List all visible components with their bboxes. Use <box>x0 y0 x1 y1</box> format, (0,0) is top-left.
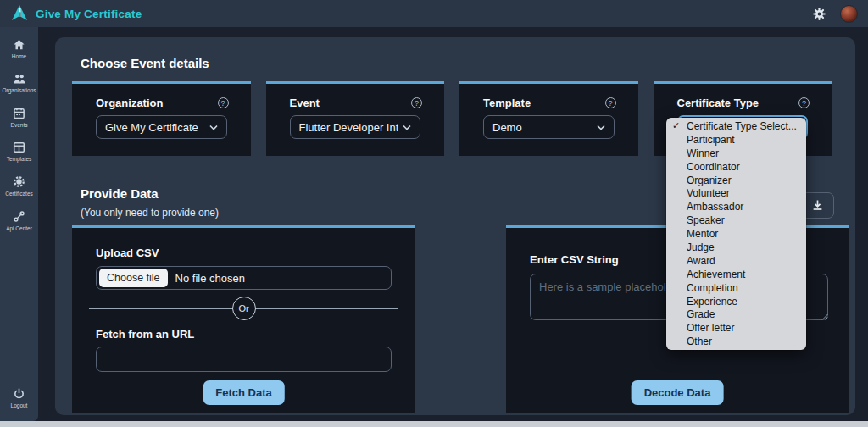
fetch-data-button[interactable]: Fetch Data <box>203 380 284 405</box>
dropdown-option-label: Judge <box>687 241 715 253</box>
dropdown-option-label: Achievement <box>687 269 745 280</box>
dropdown-option[interactable]: Grade <box>666 308 806 321</box>
provide-data-subnote: (You only need to provide one) <box>81 207 219 219</box>
organisations-icon <box>13 73 26 85</box>
settings-gear-icon[interactable] <box>812 7 826 21</box>
certificate-type-label: Certificate Type <box>677 97 799 109</box>
help-icon[interactable]: ? <box>798 97 810 108</box>
chevron-down-icon <box>209 125 218 130</box>
dropdown-option[interactable]: Ambassador <box>666 200 806 214</box>
logout-power-icon <box>13 387 25 400</box>
sidebar-item-organisations[interactable]: Organisations <box>0 73 38 94</box>
dropdown-option[interactable]: Winner <box>666 147 806 160</box>
sidebar-item-templates[interactable]: Templates <box>0 141 38 163</box>
upload-csv-card: Upload CSV Choose file No file chosen Or… <box>72 225 415 413</box>
api-center-link-icon <box>13 210 25 223</box>
dropdown-option[interactable]: Completion <box>666 281 806 295</box>
sidebar-item-certificates[interactable]: Certificates <box>0 175 38 197</box>
dropdown-option[interactable]: ✓ Certificate Type Select... <box>666 119 806 133</box>
dropdown-option[interactable]: Speaker <box>666 214 806 227</box>
dropdown-option-label: Grade <box>687 308 715 320</box>
event-select[interactable]: Flutter Developer Intern <box>290 115 421 139</box>
organization-label: Organization <box>96 97 218 109</box>
chevron-down-icon <box>403 125 411 130</box>
horizontal-scrollbar[interactable] <box>0 421 868 427</box>
organization-select[interactable]: Give My Certificate <box>96 115 227 139</box>
csv-file-input[interactable]: Choose file No file chosen <box>96 266 392 290</box>
sidebar-item-label: Events <box>2 122 37 129</box>
sidebar-item-label: Templates <box>2 156 37 163</box>
dropdown-option-label: Certificate Type Select... <box>687 120 797 132</box>
templates-icon <box>13 141 25 153</box>
dropdown-option[interactable]: Award <box>666 254 806 268</box>
sidebar-item-label: Certificates <box>2 191 37 197</box>
sidebar-item-api-center[interactable]: Api Center <box>0 210 38 232</box>
or-divider-badge: Or <box>232 297 256 320</box>
dropdown-option-label: Volunteer <box>687 187 730 199</box>
certificate-type-dropdown-popup: ✓ Certificate Type Select... Participant… <box>666 118 806 350</box>
dropdown-option-label: Participant <box>687 134 735 146</box>
dropdown-option[interactable]: Achievement <box>666 268 806 281</box>
upload-csv-label: Upload CSV <box>96 247 159 259</box>
home-icon <box>13 38 25 51</box>
dropdown-option[interactable]: Other <box>666 335 806 348</box>
sidebar-item-label: Organisations <box>2 87 37 94</box>
dropdown-option[interactable]: Coordinator <box>666 160 806 174</box>
dropdown-option-label: Ambassador <box>687 201 743 213</box>
check-icon: ✓ <box>672 120 680 131</box>
dropdown-option-label: Organizer <box>687 175 732 186</box>
dropdown-option-label: Offer letter <box>687 322 734 334</box>
dropdown-option[interactable]: Experience <box>666 295 806 308</box>
choose-file-button[interactable]: Choose file <box>99 269 168 287</box>
help-icon[interactable]: ? <box>411 97 422 108</box>
organization-card: Organization ? Give My Certificate <box>72 81 251 156</box>
dropdown-option[interactable]: Organizer <box>666 174 806 187</box>
dropdown-option-label: Winner <box>687 147 719 159</box>
help-icon[interactable]: ? <box>605 97 616 108</box>
event-label: Event <box>290 97 412 109</box>
app-header: Give My Certificate <box>0 0 868 27</box>
sidebar-nav: Home Organisations Events Templat <box>0 27 38 421</box>
sidebar-item-logout[interactable]: Logout <box>0 387 38 409</box>
dropdown-option-label: Speaker <box>687 214 725 226</box>
event-select-value: Flutter Developer Intern <box>299 121 398 134</box>
app-logo-rocket-icon <box>10 4 29 23</box>
dropdown-option-label: Completion <box>687 282 738 294</box>
chevron-down-icon <box>597 125 605 130</box>
fetch-url-label: Fetch from an URL <box>96 328 194 341</box>
dropdown-option[interactable]: Mentor <box>666 227 806 241</box>
sidebar-item-label: Logout <box>2 402 37 409</box>
sidebar-item-label: Home <box>2 53 37 60</box>
template-select-value: Demo <box>492 121 592 134</box>
app-title: Give My Certificate <box>36 8 142 20</box>
provide-data-heading: Provide Data <box>81 186 159 201</box>
dropdown-option[interactable]: Judge <box>666 241 806 254</box>
choose-event-details-heading: Choose Event details <box>81 56 209 70</box>
template-label: Template <box>483 97 605 109</box>
dropdown-option-label: Coordinator <box>687 161 740 173</box>
dropdown-option[interactable]: Participant <box>666 133 806 147</box>
csv-string-label: Enter CSV String <box>530 253 619 266</box>
dropdown-option[interactable]: Offer letter <box>666 321 806 335</box>
help-icon[interactable]: ? <box>218 97 229 108</box>
sidebar-item-home[interactable]: Home <box>0 38 38 60</box>
event-card: Event ? Flutter Developer Intern <box>266 81 445 156</box>
sidebar-item-events[interactable]: Events <box>0 107 38 129</box>
fetch-url-input[interactable] <box>96 347 392 372</box>
dropdown-option-label: Experience <box>687 296 737 308</box>
events-calendar-icon <box>13 107 25 119</box>
organization-select-value: Give My Certificate <box>105 121 204 134</box>
sidebar-item-label: Api Center <box>2 225 37 232</box>
no-file-chosen-text: No file chosen <box>175 272 245 285</box>
download-icon <box>811 199 824 212</box>
dropdown-option[interactable]: Volunteer <box>666 186 806 200</box>
certificates-badge-icon <box>13 175 25 188</box>
template-select[interactable]: Demo <box>483 115 615 139</box>
template-card: Template ? Demo <box>459 81 638 156</box>
dropdown-option-label: Award <box>687 255 715 267</box>
user-avatar[interactable] <box>840 5 858 23</box>
dropdown-option-label: Other <box>687 336 712 347</box>
decode-data-button[interactable]: Decode Data <box>632 380 724 405</box>
dropdown-option-label: Mentor <box>687 228 718 240</box>
